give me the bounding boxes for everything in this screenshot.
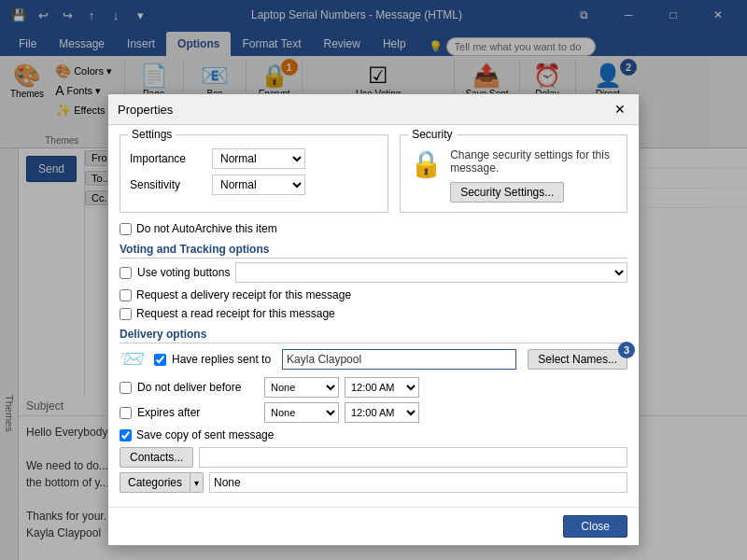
voting-select[interactable]: [235, 262, 627, 283]
read-receipt-row: Request a read receipt for this message: [120, 307, 627, 320]
categories-dropdown[interactable]: ▾: [190, 472, 204, 493]
dialog-bottom-buttons: Close: [108, 507, 639, 545]
read-receipt-dialog-label: Request a read receipt for this message: [136, 307, 335, 320]
delivery-receipt-dialog-label: Request a delivery receipt for this mess…: [136, 288, 351, 301]
main-container: Themes Send From ▾ To... Cc...: [0, 148, 747, 560]
dialog-close-button[interactable]: ✕: [611, 100, 629, 119]
autoarchive-checkbox[interactable]: [120, 223, 132, 235]
sensitivity-row: Sensitivity Normal Personal Private Conf…: [130, 175, 378, 195]
categories-btn-group: Categories ▾: [120, 472, 204, 493]
contacts-row: Contacts...: [120, 447, 627, 468]
settings-section-title: Settings: [128, 128, 176, 141]
expires-date-select[interactable]: None: [264, 402, 339, 423]
have-replies-checkbox[interactable]: [154, 354, 166, 366]
delivery-receipt-row: Request a delivery receipt for this mess…: [120, 288, 627, 301]
save-copy-row: Save copy of sent message: [120, 428, 627, 441]
settings-security-row: Settings Importance Low Normal High Sens…: [120, 134, 627, 213]
contacts-input[interactable]: [199, 447, 627, 468]
have-replies-label: Have replies sent to: [172, 353, 271, 366]
do-not-deliver-label: Do not deliver before: [137, 381, 259, 394]
expires-row: Expires after None 12:00 AM: [120, 402, 627, 423]
delivery-receipt-dialog-check[interactable]: [120, 289, 132, 301]
do-not-deliver-time-select[interactable]: 12:00 AM: [345, 377, 419, 398]
properties-dialog: Properties ✕ Settings Importance Low Nor…: [107, 93, 640, 546]
importance-label: Importance: [130, 152, 204, 165]
voting-label: Use voting buttons: [137, 266, 230, 279]
security-change-text: Change security settings for this messag…: [450, 148, 617, 175]
security-settings-button[interactable]: Security Settings...: [450, 182, 564, 203]
dialog-overlay: Properties ✕ Settings Importance Low Nor…: [0, 0, 747, 560]
contacts-button[interactable]: Contacts...: [120, 447, 193, 468]
security-section: Security 🔒 Change security settings for …: [400, 134, 627, 213]
delivery-icon: 📨: [120, 347, 145, 371]
settings-section: Settings Importance Low Normal High Sens…: [120, 134, 388, 213]
do-not-deliver-date-select[interactable]: None: [264, 377, 339, 398]
sensitivity-select[interactable]: Normal Personal Private Confidential: [212, 175, 305, 195]
close-dialog-button[interactable]: Close: [563, 515, 627, 538]
sensitivity-label: Sensitivity: [130, 178, 204, 191]
delivery-section-header: Delivery options: [120, 328, 627, 343]
voting-use-row: Use voting buttons: [120, 262, 627, 283]
categories-button[interactable]: Categories: [120, 472, 190, 493]
security-lock-icon: 🔒: [410, 148, 443, 179]
expires-label: Expires after: [137, 406, 259, 419]
have-replies-row: 📨 Have replies sent to Select Names... 3: [120, 347, 627, 371]
do-not-deliver-row: Do not deliver before None 12:00 AM: [120, 377, 627, 398]
do-not-deliver-checkbox[interactable]: [120, 382, 132, 394]
voting-section-header: Voting and Tracking options: [120, 243, 627, 259]
expires-checkbox[interactable]: [120, 407, 132, 419]
select-names-badge: 3: [618, 342, 635, 358]
importance-row: Importance Low Normal High: [130, 148, 378, 169]
save-copy-checkbox[interactable]: [120, 429, 132, 441]
categories-input[interactable]: [209, 472, 627, 493]
security-text-area: Change security settings for this messag…: [450, 148, 617, 203]
read-receipt-dialog-check[interactable]: [120, 308, 132, 320]
dialog-titlebar: Properties ✕: [108, 94, 639, 125]
categories-row: Categories ▾: [120, 472, 627, 493]
voting-checkbox[interactable]: [120, 267, 132, 279]
security-content: 🔒 Change security settings for this mess…: [410, 148, 617, 203]
select-names-button[interactable]: Select Names...: [528, 349, 627, 370]
dialog-body: Settings Importance Low Normal High Sens…: [108, 125, 639, 507]
select-names-container: Select Names... 3: [528, 349, 627, 370]
replies-to-input[interactable]: [282, 349, 516, 370]
expires-time-select[interactable]: 12:00 AM: [345, 402, 419, 423]
security-section-title: Security: [408, 128, 456, 141]
save-copy-label: Save copy of sent message: [136, 428, 274, 441]
autoarchive-row: Do not AutoArchive this item: [120, 222, 627, 235]
importance-select[interactable]: Low Normal High: [212, 148, 305, 169]
autoarchive-label: Do not AutoArchive this item: [136, 222, 277, 235]
dialog-title: Properties: [118, 103, 173, 117]
